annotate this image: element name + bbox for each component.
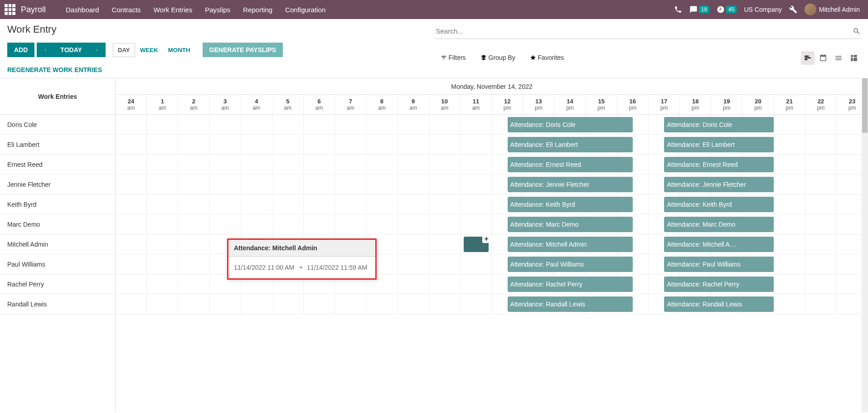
gantt-cell[interactable] [774, 234, 805, 254]
gantt-cell[interactable] [774, 115, 805, 134]
gantt-cell[interactable] [461, 155, 492, 174]
gantt-cell[interactable] [304, 214, 335, 234]
view-list-button[interactable] [832, 51, 845, 65]
gantt-cell[interactable] [429, 175, 461, 194]
nav-work-entries[interactable]: Work Entries [154, 6, 193, 14]
gantt-cell[interactable] [147, 214, 178, 234]
app-brand[interactable]: Payroll [21, 5, 46, 15]
gantt-cell[interactable] [147, 135, 178, 154]
gantt-pill[interactable]: Attendance: Mitchell A… [664, 237, 774, 252]
gantt-pill[interactable]: Attendance: Marc Demo [508, 217, 633, 232]
nav-payslips[interactable]: Payslips [205, 6, 230, 14]
gantt-cell[interactable] [241, 115, 272, 134]
gantt-cell[interactable] [304, 194, 335, 214]
gantt-body-row[interactable]: Attendance: Eli LambertAttendance: Eli L… [116, 135, 868, 155]
gantt-cell[interactable] [116, 234, 147, 254]
gantt-cell[interactable] [116, 254, 147, 274]
gantt-cell[interactable] [774, 135, 805, 154]
gantt-cell[interactable] [210, 214, 241, 234]
gantt-row-label[interactable]: Randall Lewis [0, 294, 115, 314]
nav-contracts[interactable]: Contracts [112, 6, 141, 14]
gantt-cell[interactable] [147, 294, 178, 314]
gantt-cell[interactable] [429, 274, 461, 294]
gantt-cell[interactable] [178, 214, 209, 234]
gantt-pill[interactable]: Attendance: Doris Cole [508, 117, 633, 132]
gantt-cell[interactable] [398, 175, 429, 194]
gantt-cell[interactable] [429, 214, 461, 234]
gantt-body-row[interactable]: Attendance: Doris ColeAttendance: Doris … [116, 115, 868, 135]
gantt-cell[interactable] [461, 135, 492, 154]
gantt-cell[interactable] [147, 274, 178, 294]
gantt-cell[interactable] [774, 274, 805, 294]
gantt-cell[interactable] [366, 194, 398, 214]
gantt-cell[interactable] [805, 155, 837, 174]
gantt-pill[interactable]: Attendance: Eli Lambert [508, 137, 633, 152]
gantt-cell[interactable] [335, 175, 366, 194]
gantt-cell[interactable] [805, 115, 837, 134]
gantt-pill[interactable]: Attendance: Jennie Fletcher [508, 177, 633, 192]
gantt-cell[interactable] [116, 194, 147, 214]
apps-icon[interactable] [5, 4, 15, 15]
gantt-row-label[interactable]: Mitchell Admin [0, 234, 115, 254]
gantt-pill[interactable]: Attendance: Paul Williams [664, 257, 774, 272]
gantt-cell[interactable] [116, 135, 147, 154]
gantt-cell[interactable] [398, 135, 429, 154]
gantt-pill[interactable]: Attendance: Mitchell Admin [508, 237, 633, 252]
view-pivot-button[interactable] [847, 51, 861, 65]
gantt-cell[interactable] [178, 155, 209, 174]
gantt-cell[interactable] [366, 175, 398, 194]
gantt-cell[interactable] [335, 194, 366, 214]
groupby-button[interactable]: Group By [480, 54, 515, 61]
voip-icon[interactable] [674, 5, 682, 14]
gantt-cell[interactable] [304, 115, 335, 134]
gantt-cell[interactable] [241, 214, 272, 234]
gantt-cell[interactable] [429, 115, 461, 134]
scale-month-button[interactable]: MONTH [163, 43, 195, 57]
gantt-cell[interactable] [398, 214, 429, 234]
gantt-cell[interactable] [461, 294, 492, 314]
filters-button[interactable]: Filters [441, 54, 466, 61]
gantt-cell[interactable] [147, 254, 178, 274]
gantt-cell[interactable] [178, 115, 209, 134]
gantt-cell[interactable] [429, 135, 461, 154]
gantt-body-row[interactable]: Attendance: Ernest ReedAttendance: Ernes… [116, 155, 868, 175]
gantt-row-label[interactable]: Doris Cole [0, 115, 115, 135]
gantt-cell[interactable] [178, 234, 209, 254]
gantt-pill[interactable]: Attendance: Randall Lewis [508, 296, 633, 312]
gantt-pill[interactable]: Attendance: Ernest Reed [508, 157, 633, 172]
gantt-cell[interactable] [272, 175, 304, 194]
gantt-cell[interactable] [461, 194, 492, 214]
gantt-cell[interactable] [429, 194, 461, 214]
gantt-cell[interactable] [147, 175, 178, 194]
gantt-cell[interactable] [461, 254, 492, 274]
gantt-pill[interactable]: Attendance: Rachel Perry [664, 277, 774, 292]
gantt-cell[interactable] [429, 234, 461, 254]
gantt-pill[interactable]: Attendance: Randall Lewis [664, 296, 774, 312]
gantt-cell[interactable] [147, 155, 178, 174]
gantt-cell[interactable] [178, 254, 209, 274]
gantt-cell[interactable] [272, 135, 304, 154]
company-selector[interactable]: US Company [744, 6, 781, 13]
gantt-cell[interactable] [272, 214, 304, 234]
gantt-cell[interactable] [304, 175, 335, 194]
scale-week-button[interactable]: WEEK [135, 43, 163, 57]
gantt-cell[interactable] [116, 274, 147, 294]
gantt-cell[interactable] [272, 294, 304, 314]
gantt-cell[interactable] [272, 155, 304, 174]
gantt-body-row[interactable]: Attendance: Marc DemoAttendance: Marc De… [116, 214, 868, 234]
gantt-cell[interactable] [366, 115, 398, 134]
gantt-pill[interactable]: Attendance: Rachel Perry [508, 277, 633, 292]
gantt-cell[interactable] [304, 135, 335, 154]
regenerate-work-entries-link[interactable]: REGENERATE WORK ENTRIES [7, 66, 102, 73]
vertical-scrollbar[interactable] [862, 78, 868, 412]
gantt-cell[interactable] [116, 294, 147, 314]
gantt-cell[interactable] [398, 294, 429, 314]
gantt-cell[interactable] [366, 155, 398, 174]
gantt-cell[interactable] [774, 155, 805, 174]
today-button[interactable]: TODAY [53, 43, 88, 57]
gantt-cell[interactable] [241, 175, 272, 194]
gantt-cell[interactable] [774, 214, 805, 234]
gantt-cell[interactable] [461, 115, 492, 134]
gantt-cell[interactable] [178, 294, 209, 314]
gantt-cell[interactable] [805, 294, 837, 314]
